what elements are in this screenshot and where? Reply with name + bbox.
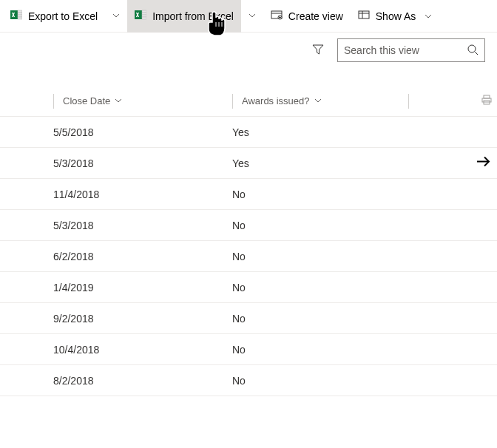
chevron-down-icon bbox=[115, 95, 122, 106]
column-divider bbox=[408, 94, 409, 109]
column-label: Awards issued? bbox=[242, 95, 310, 106]
export-excel-label: Export to Excel bbox=[28, 10, 98, 22]
cell-awards: No bbox=[229, 220, 407, 231]
cell-close-date: 10/4/2018 bbox=[0, 344, 229, 356]
svg-point-18 bbox=[468, 45, 476, 52]
cell-close-date: 1/4/2019 bbox=[0, 282, 229, 293]
svg-rect-4 bbox=[18, 17, 22, 19]
import-excel-dropdown[interactable] bbox=[241, 0, 263, 33]
svg-line-19 bbox=[475, 52, 478, 55]
show-as-button[interactable]: Show As bbox=[351, 0, 439, 33]
search-box[interactable] bbox=[337, 38, 485, 62]
create-view-label: Create view bbox=[288, 10, 343, 22]
table-row[interactable]: 6/2/2018No bbox=[0, 241, 497, 272]
column-headers: Close Date Awards issued? bbox=[0, 86, 497, 117]
svg-rect-6 bbox=[142, 10, 146, 13]
table-row[interactable]: 5/3/2018Yes bbox=[0, 148, 497, 179]
table-row[interactable]: 5/3/2018No bbox=[0, 210, 497, 241]
chevron-down-icon bbox=[425, 10, 432, 22]
cell-awards: No bbox=[229, 344, 407, 356]
cell-awards: Yes bbox=[229, 157, 407, 169]
excel-icon bbox=[135, 9, 146, 23]
table-row[interactable]: 8/2/2018No bbox=[0, 365, 497, 396]
table-row[interactable]: 9/2/2018No bbox=[0, 303, 497, 334]
svg-rect-7 bbox=[142, 13, 146, 15]
cell-close-date: 9/2/2018 bbox=[0, 313, 229, 325]
table-row[interactable]: 1/4/2019No bbox=[0, 272, 497, 303]
show-as-icon bbox=[358, 9, 370, 23]
column-divider bbox=[232, 94, 233, 109]
search-input[interactable] bbox=[344, 44, 455, 56]
chevron-down-icon bbox=[112, 10, 120, 21]
cell-awards: No bbox=[229, 375, 407, 387]
cell-close-date: 8/2/2018 bbox=[0, 375, 229, 387]
svg-rect-8 bbox=[142, 15, 146, 17]
svg-rect-0 bbox=[10, 10, 18, 19]
svg-rect-20 bbox=[484, 95, 490, 98]
import-excel-button[interactable]: Import from Excel bbox=[127, 0, 241, 33]
column-header-close-date[interactable]: Close Date bbox=[0, 94, 229, 109]
cell-awards: Yes bbox=[229, 126, 407, 138]
filter-button[interactable] bbox=[308, 39, 328, 62]
chevron-down-icon bbox=[248, 10, 256, 21]
command-bar: Export to Excel Import from Excel Create… bbox=[0, 0, 497, 33]
cell-close-date: 11/4/2018 bbox=[0, 189, 229, 200]
search-icon bbox=[467, 44, 479, 58]
svg-rect-9 bbox=[142, 17, 146, 19]
cell-awards: No bbox=[229, 251, 407, 262]
import-excel-label: Import from Excel bbox=[152, 10, 234, 22]
column-divider bbox=[53, 94, 54, 109]
svg-rect-3 bbox=[18, 15, 22, 17]
svg-rect-2 bbox=[18, 13, 22, 15]
table-row[interactable]: 10/4/2018No bbox=[0, 334, 497, 365]
print-icon[interactable] bbox=[481, 94, 493, 108]
filter-icon bbox=[312, 47, 324, 58]
cell-close-date: 5/3/2018 bbox=[0, 220, 229, 231]
table-row[interactable]: 11/4/2018No bbox=[0, 179, 497, 210]
data-grid: Close Date Awards issued? 5/5/2018Yes5/3… bbox=[0, 86, 497, 396]
create-view-button[interactable]: Create view bbox=[263, 0, 351, 33]
column-label: Close Date bbox=[63, 95, 110, 106]
cell-close-date: 6/2/2018 bbox=[0, 251, 229, 262]
svg-rect-5 bbox=[135, 10, 142, 19]
cell-awards: No bbox=[229, 282, 407, 293]
show-as-label: Show As bbox=[376, 10, 416, 22]
cell-awards: No bbox=[229, 313, 407, 325]
chevron-down-icon bbox=[314, 95, 322, 106]
cell-close-date: 5/3/2018 bbox=[0, 157, 229, 169]
svg-rect-1 bbox=[18, 10, 22, 13]
export-excel-button[interactable]: Export to Excel bbox=[3, 0, 105, 33]
column-header-awards[interactable]: Awards issued? bbox=[229, 94, 407, 109]
filter-bar bbox=[0, 33, 497, 68]
create-view-icon bbox=[271, 9, 283, 23]
svg-rect-15 bbox=[359, 11, 369, 18]
cell-close-date: 5/5/2018 bbox=[0, 126, 229, 138]
arrow-right-icon bbox=[476, 155, 491, 171]
cell-awards: No bbox=[229, 189, 407, 200]
export-excel-dropdown[interactable] bbox=[105, 0, 127, 33]
table-row[interactable]: 5/5/2018Yes bbox=[0, 117, 497, 148]
excel-icon bbox=[10, 9, 22, 23]
